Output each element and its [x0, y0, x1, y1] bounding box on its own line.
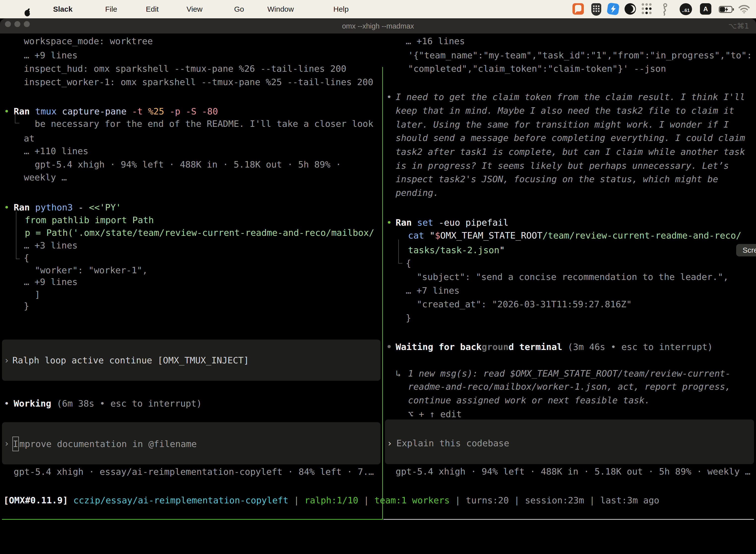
omx-last: last:3m ago: [600, 495, 659, 505]
command-bullet: •: [4, 105, 9, 118]
keyboard-layout-icon[interactable]: A: [700, 3, 711, 15]
input-prompt: ›: [387, 436, 392, 450]
command-line-set: Ran set -euo pipefail: [396, 216, 508, 229]
message-line: 1 new msg(s): read $OMX_TEAM_STATE_ROOT/…: [408, 367, 731, 380]
squiggle-icon: [660, 3, 670, 16]
window-title: omx --xhigh --madmax: [0, 19, 756, 34]
terminal-line: … +7 lines: [406, 284, 460, 297]
waiting-bullet: •: [386, 340, 392, 354]
terminal-line: inspect_hud: omx sparkshell --tmux-pane …: [24, 62, 346, 75]
working-bullet: •: [4, 397, 9, 410]
thinking-line: inspect task2's JSON, focusing on the st…: [396, 172, 718, 186]
thinking-line: later. Using the same for transition mig…: [396, 118, 729, 131]
command-bullet: •: [4, 201, 9, 214]
terminal-line: … +9 lines: [24, 48, 78, 62]
text-cursor: I: [12, 437, 19, 451]
command-line-python: Ran python3 - <<'PY': [14, 201, 121, 214]
menu-view[interactable]: View: [187, 0, 202, 18]
terminal-line: … +16 lines: [406, 34, 465, 48]
thinking-line: pending.: [396, 186, 439, 200]
active-pane-border: [2, 519, 383, 520]
terminal-line: "completed","claim_token":"claim-token"}…: [408, 62, 666, 75]
session-status-left: gpt-5.4 xhigh · essay/ai-reimplementatio…: [14, 465, 374, 479]
ran-label: Ran: [14, 202, 35, 213]
terminal-line: gpt-5.4 xhigh · 94% left · 488K in · 5.1…: [35, 158, 341, 171]
command-line-tmux: Ran tmux capture-pane -t %25 -p -S -80: [14, 105, 218, 118]
terminal-line: "created_at": "2026-03-31T11:59:27.816Z": [417, 297, 632, 311]
dots-grid-icon[interactable]: [641, 3, 652, 14]
working-status: Working (6m 38s • esc to interrupt): [14, 397, 202, 410]
output-elbow-guide: [16, 212, 20, 259]
wifi-icon[interactable]: [738, 4, 750, 15]
input-prompt: ›: [4, 437, 9, 450]
terminal-line: … +110 lines: [24, 144, 88, 158]
omx-repo: cczip/essay/ai-reimplementation-copyleft: [73, 495, 289, 505]
thinking-line: I need to get the claim token from the c…: [396, 90, 745, 104]
terminal-content: workspace_mode: worktree … +9 lines insp…: [0, 34, 756, 554]
thinking-line: task2 after task1 is complete, but can I…: [396, 145, 745, 159]
input-placeholder: Improve documentation in @filename: [12, 437, 197, 450]
screen-tooltip: Scre: [736, 244, 756, 257]
command-bullet: •: [386, 216, 392, 229]
terminal-line: }: [24, 299, 29, 313]
output-elbow-guide: [398, 239, 402, 264]
menu-app-name[interactable]: Slack: [53, 0, 72, 18]
menu-go[interactable]: Go: [234, 0, 244, 18]
person-squiggle-icon[interactable]: [660, 3, 670, 17]
terminal-line: '{"team_name":"my-team","task_id":"1","f…: [408, 48, 752, 62]
battery-icon[interactable]: [719, 6, 734, 15]
thinking-line: is in progress? It seems likely but perh…: [396, 159, 729, 172]
count-badge-icon[interactable]: ..61: [680, 3, 692, 15]
prompt-input-left[interactable]: › Improve documentation in @filename: [2, 422, 380, 464]
thinking-line: should send a message before completing …: [396, 131, 745, 145]
thinking-bullet: •: [386, 90, 392, 104]
terminal-line: "subject": "send a concise recommendatio…: [417, 270, 729, 284]
menu-window[interactable]: Window: [267, 0, 294, 18]
battery-glyph-icon: [719, 6, 734, 13]
pane-divider[interactable]: [382, 67, 383, 520]
thinking-line: keep that in mind. Maybe I also need the…: [396, 104, 734, 117]
terminal-line: at: [24, 131, 35, 145]
terminal-line: be necessary for the end of the README. …: [35, 117, 373, 130]
ralph-notice-box: › Ralph loop active continue [OMX_TMUX_I…: [2, 340, 380, 381]
bolt-icon: [607, 2, 620, 15]
window-shortcut-hint: ⌥⌘1: [728, 19, 749, 34]
message-line: continue assigned work or next feasible …: [408, 393, 650, 407]
message-arrow: ↳: [396, 367, 401, 380]
menu-help[interactable]: Help: [333, 0, 349, 18]
menu-edit[interactable]: Edit: [146, 0, 159, 18]
terminal-line: }: [406, 311, 411, 325]
command-line-cat2: tasks/task-2.json": [408, 243, 505, 257]
inactive-pane-border: [383, 519, 754, 520]
terminal-line: … +9 lines: [24, 275, 78, 289]
apple-logo-icon: [23, 7, 31, 17]
terminal-line: {: [24, 251, 29, 265]
notice-prompt: ›: [4, 353, 9, 367]
omx-version: [OMX#0.11.9]: [3, 495, 73, 505]
ralph-loop-notice: Ralph loop active continue [OMX_TMUX_INJ…: [12, 353, 249, 367]
shield-grid-icon: [593, 5, 600, 12]
omx-status-line: [OMX#0.11.9] cczip/essay/ai-reimplementa…: [3, 493, 659, 507]
chat-tail-icon: [575, 11, 577, 13]
terminal-line: weekly …: [24, 170, 67, 184]
moon-app-icon[interactable]: [625, 3, 636, 15]
terminal-line: workspace_mode: worktree: [24, 34, 153, 48]
terminal-line: inspect_worker-1: omx sparkshell --tmux-…: [24, 75, 373, 89]
terminal-line: ]: [35, 288, 40, 301]
window-title-bar[interactable]: omx --xhigh --madmax ⌥⌘1: [0, 19, 756, 34]
edit-hint: ⌥ + ↑ edit: [408, 407, 462, 421]
command-line-cat: cat "$OMX_TEAM_STATE_ROOT/team/review-cu…: [408, 229, 741, 242]
menu-file[interactable]: File: [105, 0, 117, 18]
password-manager-icon[interactable]: [591, 3, 601, 16]
menu-bar: Slack File Edit View Go Window Help ..61…: [0, 0, 756, 18]
omx-session: session:23m: [525, 495, 584, 505]
prompt-input-right[interactable]: › Explain this codebase: [385, 420, 754, 464]
omx-team: team:1 workers: [375, 495, 450, 505]
waiting-status: Waiting for background terminal (3m 46s …: [396, 340, 713, 354]
session-status-right: gpt-5.4 xhigh · 94% left · 488K in · 5.1…: [396, 465, 750, 478]
lightning-app-icon[interactable]: [607, 2, 620, 15]
code-line: from pathlib import Path: [25, 213, 154, 227]
omx-ralph: ralph:1/10: [305, 495, 359, 505]
chat-app-icon[interactable]: [572, 3, 584, 15]
terminal-line: … +3 lines: [24, 238, 78, 252]
